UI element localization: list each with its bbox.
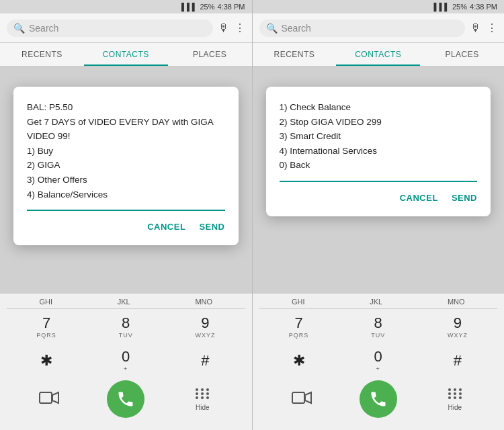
video-icon-left: [39, 391, 59, 404]
left-panel: ▌▌▌ 25% 4:38 PM 🔍 Search 🎙 ⋮ RECENTS CON…: [0, 0, 252, 430]
bottom-actions-right: Hide: [259, 376, 498, 425]
contacts-row-right: GHI JKL MNO: [259, 294, 498, 309]
svg-point-2: [196, 388, 198, 391]
svg-point-3: [201, 388, 204, 391]
key-9-right[interactable]: 9 WXYZ: [431, 310, 485, 341]
dialpad-icon-left: [194, 388, 210, 400]
time-right: 4:38 PM: [470, 3, 497, 11]
contact-jkl-left: JKL: [118, 298, 130, 306]
svg-point-7: [206, 392, 209, 395]
svg-point-19: [448, 396, 451, 399]
search-placeholder-right: Search: [282, 23, 311, 34]
key-9-left[interactable]: 9 WXYZ: [178, 310, 232, 341]
contact-mno-left: MNO: [195, 298, 212, 306]
send-button-right[interactable]: SEND: [452, 193, 477, 203]
contact-mno-right: MNO: [448, 298, 465, 306]
svg-point-16: [448, 392, 451, 395]
keypad-area-left: GHI JKL MNO 7 PQRS 8 TUV 9 WXYZ ✱: [0, 294, 252, 430]
dialog-left: BAL: P5.50 Get 7 DAYS of VIDEO EVERY DAY…: [13, 87, 239, 245]
search-bar-left[interactable]: 🔍 Search 🎙 ⋮: [0, 13, 252, 43]
key-hash-left[interactable]: #: [178, 344, 232, 375]
video-call-button-right[interactable]: [275, 390, 329, 408]
dialog-input-right[interactable]: [280, 181, 478, 182]
dialog-input-left[interactable]: [27, 210, 225, 211]
svg-point-13: [448, 388, 451, 391]
svg-point-6: [201, 392, 204, 395]
dialog-right: 1) Check Balance 2) Stop GIGA VIDEO 299 …: [266, 87, 491, 216]
search-field-left[interactable]: 🔍 Search: [7, 19, 213, 37]
battery-left: 25%: [200, 3, 215, 11]
mic-icon-right[interactable]: 🎙: [470, 22, 481, 34]
send-button-left[interactable]: SEND: [199, 222, 224, 232]
key-0-left[interactable]: 0 +: [99, 344, 153, 375]
contacts-row-left: GHI JKL MNO: [7, 294, 245, 309]
search-icons-left: 🎙 ⋮: [218, 22, 245, 34]
svg-point-14: [454, 388, 456, 391]
search-placeholder-left: Search: [29, 23, 58, 34]
key-8-right[interactable]: 8 TUV: [351, 310, 405, 341]
call-button-right[interactable]: [360, 380, 397, 418]
signal-icon-left: ▌▌▌: [181, 3, 197, 11]
search-bar-right[interactable]: 🔍 Search 🎙 ⋮: [253, 13, 505, 43]
call-icon-left: [116, 390, 135, 408]
contact-jkl-right: JKL: [370, 298, 382, 306]
keypad-row-789-right: 7 PQRS 8 TUV 9 WXYZ: [259, 309, 498, 343]
search-mag-icon-right: 🔍: [266, 23, 278, 34]
tab-recents-right[interactable]: RECENTS: [253, 43, 337, 66]
tab-contacts-left[interactable]: CONTACTS: [84, 43, 168, 66]
dialog-buttons-left: CANCEL SEND: [27, 222, 225, 232]
keypad-area-right: GHI JKL MNO 7 PQRS 8 TUV 9 WXYZ ✱: [253, 294, 505, 430]
keypad-row-789-left: 7 PQRS 8 TUV 9 WXYZ: [7, 309, 245, 343]
key-7-left[interactable]: 7 PQRS: [19, 310, 73, 341]
tab-contacts-right[interactable]: CONTACTS: [336, 43, 420, 66]
signal-icon-right: ▌▌▌: [434, 3, 450, 11]
svg-marker-1: [52, 392, 58, 403]
svg-marker-12: [305, 392, 311, 403]
key-8-left[interactable]: 8 TUV: [99, 310, 153, 341]
more-icon-left[interactable]: ⋮: [235, 22, 245, 34]
search-field-right[interactable]: 🔍 Search: [259, 19, 466, 37]
key-7-right[interactable]: 7 PQRS: [272, 310, 326, 341]
svg-point-15: [459, 388, 462, 391]
svg-point-5: [196, 392, 198, 395]
video-call-button-left[interactable]: [22, 390, 76, 408]
call-icon-right: [369, 390, 388, 408]
tab-recents-left[interactable]: RECENTS: [0, 43, 84, 66]
hide-label-left: Hide: [175, 404, 229, 411]
bottom-actions-left: Hide: [7, 376, 245, 425]
key-hash-right[interactable]: #: [431, 344, 485, 375]
contact-ghi-left: GHI: [39, 298, 52, 306]
svg-point-8: [196, 396, 198, 399]
key-star-left[interactable]: ✱: [19, 344, 73, 375]
main-content-left: BAL: P5.50 Get 7 DAYS of VIDEO EVERY DAY…: [0, 67, 252, 294]
cancel-button-left[interactable]: CANCEL: [147, 222, 185, 232]
keypad-row-star0hash-right: ✱ 0 + #: [259, 343, 498, 376]
dialog-message-right: 1) Check Balance 2) Stop GIGA VIDEO 299 …: [280, 100, 478, 173]
svg-point-4: [206, 388, 209, 391]
key-star-right[interactable]: ✱: [272, 344, 326, 375]
dialpad-icon-right: [447, 388, 463, 400]
svg-point-21: [459, 396, 462, 399]
dialog-buttons-right: CANCEL SEND: [280, 193, 478, 203]
tab-places-right[interactable]: PLACES: [420, 43, 504, 66]
hide-button-left[interactable]: Hide: [175, 388, 229, 411]
status-bar-right: ▌▌▌ 25% 4:38 PM: [253, 0, 505, 13]
cancel-button-right[interactable]: CANCEL: [400, 193, 438, 203]
call-button-left[interactable]: [107, 380, 144, 418]
search-icons-right: 🎙 ⋮: [470, 22, 497, 34]
svg-rect-11: [292, 392, 304, 403]
svg-point-10: [206, 396, 209, 399]
tabs-left: RECENTS CONTACTS PLACES: [0, 43, 252, 67]
hide-button-right[interactable]: Hide: [428, 388, 482, 411]
contact-ghi-right: GHI: [292, 298, 305, 306]
svg-rect-0: [40, 392, 52, 403]
video-icon-right: [292, 391, 312, 404]
status-bar-left: ▌▌▌ 25% 4:38 PM: [0, 0, 252, 13]
more-icon-right[interactable]: ⋮: [487, 22, 497, 34]
svg-point-18: [459, 392, 462, 395]
right-panel: ▌▌▌ 25% 4:38 PM 🔍 Search 🎙 ⋮ RECENTS CON…: [253, 0, 505, 430]
tab-places-left[interactable]: PLACES: [168, 43, 252, 66]
mic-icon-left[interactable]: 🎙: [218, 22, 229, 34]
search-mag-icon-left: 🔍: [13, 23, 25, 34]
key-0-right[interactable]: 0 +: [351, 344, 405, 375]
